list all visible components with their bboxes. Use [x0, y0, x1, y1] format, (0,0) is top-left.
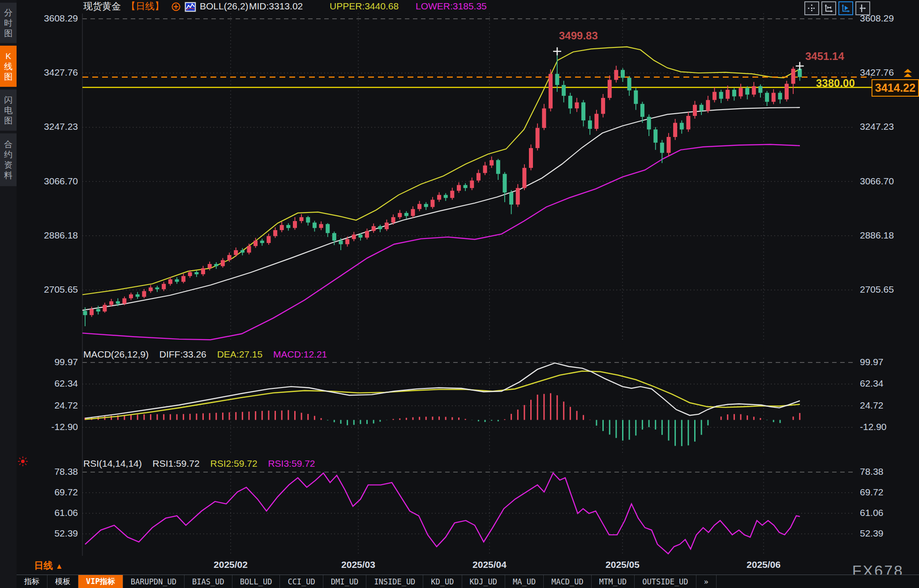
rsi-name: RSI(14,14,14) [83, 458, 142, 469]
trading-app: 分时图K线图闪电图合约资料 现货黄金 【日线】 BOLL(26,2) MID:3… [0, 0, 919, 588]
swing-high-label: 3499.83 [559, 30, 598, 42]
bottom-tab-10[interactable]: KD_UD [423, 575, 462, 588]
macd-header: MACD(26,12,9) DIFF:33.26 DEA:27.15 MACD:… [83, 349, 335, 360]
rsi-axis-right-69.72: 69.72 [860, 487, 884, 498]
bottom-tab-9[interactable]: INSIDE_UD [366, 575, 423, 588]
indicator-tabbar: 指标模板VIP指标BARUPDN_UDBIAS_UDBOLL_UDCCI_UDD… [17, 575, 919, 588]
macd-axis-right-62.34: 62.34 [860, 378, 884, 389]
bottom-tab-12[interactable]: MA_UD [505, 575, 544, 588]
up-arrow-icon [901, 68, 915, 79]
price-axis-right-2886.18: 2886.18 [860, 230, 894, 241]
price-axis-left-2886.18: 2886.18 [26, 230, 78, 241]
rsi-axis-right-61.06: 61.06 [860, 507, 884, 518]
bottom-tab-8[interactable]: DMI_UD [323, 575, 366, 588]
bottom-tab-15[interactable]: OUTSIDE_UD [635, 575, 696, 588]
rsi-axis-right-52.39: 52.39 [860, 528, 884, 539]
rsi3-value: RSI3:59.72 [268, 458, 315, 469]
xaxis-label-2025/06: 2025/06 [732, 559, 795, 570]
xaxis-label-2025/03: 2025/03 [327, 559, 390, 570]
bottom-tab-3[interactable]: VIP指标 [78, 575, 123, 588]
bottom-tab-16[interactable]: » [696, 575, 717, 588]
price-axis-left-3427.76: 3427.76 [26, 67, 78, 78]
price-axis-left-3608.29: 3608.29 [26, 13, 78, 24]
macd-macd-value: MACD:12.21 [273, 349, 327, 359]
price-axis-left-3247.23: 3247.23 [26, 121, 78, 132]
last-price-box: 3414.22 [872, 79, 919, 97]
bottom-tab-6[interactable]: BOLL_UD [232, 575, 280, 588]
bottom-tab-13[interactable]: MACD_UD [544, 575, 592, 588]
alarm-icon[interactable] [17, 456, 29, 467]
period-label[interactable]: 日线 ▲ [34, 559, 63, 572]
last-high-label: 3451.14 [805, 50, 844, 63]
macd-dea-value: DEA:27.15 [217, 349, 263, 359]
macd-axis-left-24.72: 24.72 [26, 400, 78, 411]
price-axis-left-3066.7: 3066.70 [26, 176, 78, 187]
rsi1-value: RSI1:59.72 [153, 458, 200, 469]
price-axis-right-3247.23: 3247.23 [860, 121, 894, 132]
bottom-tab-1[interactable]: 指标 [17, 575, 47, 588]
macd-axis-left--12.9: -12.90 [26, 422, 78, 432]
price-axis-right-3066.7: 3066.70 [860, 176, 894, 187]
price-axis-right-3427.76: 3427.76 [860, 67, 894, 78]
rsi-header: RSI(14,14,14) RSI1:59.72 RSI2:59.72 RSI3… [83, 458, 323, 469]
hline-price-label: 3380.00 [816, 77, 855, 89]
price-axis-right-3608.29: 3608.29 [860, 13, 894, 24]
macd-diff-value: DIFF:33.26 [159, 349, 206, 359]
rsi-axis-left-52.39: 52.39 [26, 528, 78, 539]
bottom-tab-2[interactable]: 模板 [47, 575, 78, 588]
rsi-axis-left-78.38: 78.38 [26, 466, 78, 477]
macd-axis-left-62.34: 62.34 [26, 378, 78, 389]
bottom-tab-5[interactable]: BIAS_UD [185, 575, 232, 588]
macd-axis-right-24.72: 24.72 [860, 400, 884, 411]
xaxis-label-2025/04: 2025/04 [458, 559, 521, 570]
macd-axis-right-99.97: 99.97 [860, 357, 884, 367]
price-axis-right-2705.65: 2705.65 [860, 284, 894, 295]
macd-name: MACD(26,12,9) [83, 349, 149, 359]
xaxis-label-2025/05: 2025/05 [591, 559, 654, 570]
bottom-tab-14[interactable]: MTM_UD [592, 575, 635, 588]
macd-axis-left-99.97: 99.97 [26, 357, 78, 367]
rsi2-value: RSI2:59.72 [210, 458, 258, 469]
bottom-tab-4[interactable]: BARUPDN_UD [123, 575, 185, 588]
price-axis-left-2705.65: 2705.65 [26, 284, 78, 295]
bottom-tab-7[interactable]: CCI_UD [280, 575, 323, 588]
bottom-tab-11[interactable]: KDJ_UD [462, 575, 505, 588]
macd-axis-right--12.9: -12.90 [860, 422, 887, 432]
rsi-axis-right-78.38: 78.38 [860, 466, 884, 477]
chart-canvas[interactable] [0, 0, 919, 588]
rsi-axis-left-69.72: 69.72 [26, 487, 78, 498]
rsi-axis-left-61.06: 61.06 [26, 507, 78, 518]
xaxis-label-2025/02: 2025/02 [199, 559, 262, 570]
